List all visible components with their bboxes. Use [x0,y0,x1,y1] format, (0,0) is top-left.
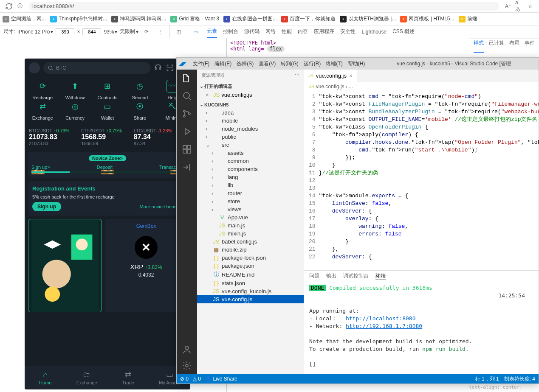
terminal-tab[interactable]: 输出 [326,272,336,280]
menu-item[interactable]: 运行(R) [304,60,321,67]
height-input[interactable] [82,28,101,35]
menu-item[interactable]: 查看(V) [259,60,276,67]
bookmark-item[interactable]: ▪Grid 宫格 - Vant 3 [170,15,219,22]
tree-item[interactable]: JSbabel.config.js [197,238,304,246]
tree-item[interactable]: JSmain.js [197,221,304,230]
styles-tab[interactable]: 样式 [474,39,484,53]
coin-card[interactable]: GemBox ✕ XRP +3.82% 0.4032 [105,219,187,312]
tree-item[interactable]: ›common [197,157,304,165]
bookmark-item[interactable]: ▪空间测绘，网... [3,15,46,22]
bookmark-item[interactable]: ▪Thinkphp5中怎样对... [50,15,107,22]
debug-icon[interactable] [182,126,192,137]
code-editor[interactable]: 12345678910111213141516171819202122 "tok… [304,91,539,270]
status-tabsize[interactable]: 制表符长度: 4 [504,375,535,383]
styles-tab[interactable]: 已计算 [489,39,504,53]
tree-item[interactable]: JSvue.config_kucoin.js [197,287,304,295]
ticker[interactable]: ETH/USDT +0.79%1568.591568.59 [81,128,133,146]
rotate-icon[interactable]: ⟳ [143,28,150,36]
bookmark-item[interactable]: ▪以太坊ETH浏览器 |... [340,15,396,22]
read-aloud-icon[interactable]: aあ [515,3,523,10]
styles-tab[interactable]: 布局 [509,39,519,53]
project-header[interactable]: ⌄KUCOINH5 [197,101,304,109]
bookmark-item[interactable]: ▪神马源码网,神马科... [111,15,166,22]
tree-item[interactable]: ›public [197,133,304,141]
tree-item[interactable]: ›.idea [197,109,304,117]
devtools-tab[interactable]: 性能 [282,25,292,38]
url-field[interactable]: localhost:8080/#/ [29,2,499,11]
ticker[interactable]: BTC/USDT +0.79%21073.8321073.83 [29,128,81,146]
devtools-tab[interactable]: 网络 [265,25,276,38]
tree-item[interactable]: ›node_modules [197,125,304,133]
tree-item[interactable]: ›views [197,205,304,213]
inspect-icon[interactable]: ◰ [175,28,182,36]
signup-button[interactable]: Sign up [32,202,61,211]
menu-item[interactable]: 帮助(H) [348,60,365,67]
headset-icon[interactable] [154,64,162,72]
novice-badge[interactable]: Novice Zone> [89,155,126,161]
scan-icon[interactable] [166,64,174,72]
tree-item[interactable]: { }stats.json [197,279,304,287]
dom-tree[interactable]: <!DOCTYPE html> <html lang= flex [227,38,469,53]
tree-item[interactable]: ▦mobile.zip [197,246,304,254]
close-icon[interactable]: × [206,92,212,98]
share-icon[interactable] [182,162,192,172]
translate-icon[interactable]: A⁺ [504,3,512,10]
styles-tab[interactable]: 事件 [525,39,535,53]
extensions-icon[interactable] [182,144,192,154]
more-icon[interactable]: ⋮ [156,28,164,36]
tree-item[interactable]: ›router [197,189,304,197]
open-editor-item[interactable]: ×JSvue.config.js [197,91,304,99]
device-toggle-icon[interactable]: ▭ [192,28,199,36]
live-share-button[interactable]: 👤 Live Share [205,376,237,382]
throttle-select[interactable]: 无限制 ▾ [120,28,138,35]
vscode-titlebar[interactable]: ◢◤ 文件(F)编辑(E)选择(S)查看(V)转到(G)运行(R)终端(T)帮助… [177,58,539,70]
devtools-tab[interactable]: 应用程序 [314,25,334,38]
tree-item[interactable]: ›store [197,197,304,205]
bookmark-item[interactable]: ▪在线多图合一拼图... [223,15,277,22]
terminal-output[interactable]: DONE Compiled successfully in 3616ms 14:… [304,282,539,374]
favorite-icon[interactable]: ☆ [526,3,534,10]
search-icon[interactable] [182,91,192,101]
status-errors[interactable]: ⊘ 0 [180,376,189,382]
devtools-tab[interactable]: CSS 概述 [392,25,415,38]
tab-vue-config[interactable]: JSvue.config.js× [304,70,357,82]
info-icon[interactable]: ⓘ [16,3,24,10]
terminal-tab[interactable]: 调试控制台 [343,272,369,280]
account-icon[interactable] [182,344,192,355]
devtools-tab[interactable]: 控制台 [223,25,238,38]
nav-contracts[interactable]: ⊞Contracts [91,80,124,100]
nav-second[interactable]: ◷Second [124,80,156,100]
menu-item[interactable]: 选择(S) [237,60,254,67]
tree-item[interactable]: JSmixin.js [197,230,304,238]
tree-item[interactable]: { }package.json [197,262,304,270]
width-input[interactable] [56,28,74,35]
terminal-tab[interactable]: 终端 [375,272,386,280]
nav-wallet[interactable]: ▭Wallet [91,100,124,120]
devtools-tab[interactable]: 安全性 [340,25,356,38]
menu-item[interactable]: 终端(T) [326,60,342,67]
breadcrumb[interactable]: JSvue.config.js › ... [304,82,539,91]
bookmark-item[interactable]: ▪网页模板 | HTML5... [400,15,454,22]
tree-item[interactable]: ›assets [197,149,304,157]
menu-item[interactable]: 编辑(E) [214,60,231,67]
more-icon[interactable]: ⋯ [295,72,299,78]
nav-currency[interactable]: ◎Currency [59,100,91,120]
git-icon[interactable] [182,109,192,119]
nav-recharge[interactable]: ⟳Recharge [26,80,59,100]
bottom-nav-exchange[interactable]: 🗂Exchange [66,366,108,389]
close-icon[interactable]: × [349,73,353,79]
devtools-tab[interactable]: 元素 [207,25,217,38]
gear-icon[interactable] [182,361,192,371]
tree-item[interactable]: JSvue.config.js [197,295,304,303]
novice-step[interactable]: Sign up> [31,165,50,170]
tree-item[interactable]: ›mobile [197,117,304,125]
nav-share[interactable]: ⦿Share [124,100,156,120]
status-warnings[interactable]: △ 0 [193,376,201,382]
tree-item[interactable]: ›lang [197,173,304,181]
devtools-tab[interactable]: Lighthouse [361,26,387,37]
explorer-icon[interactable] [182,73,192,83]
status-ln[interactable]: 行 1，列 1 [475,375,499,383]
tree-item[interactable]: ⌄src [197,141,304,149]
device-select[interactable]: iPhone 12 Pro ▾ [17,29,53,35]
tree-item[interactable]: ›components [197,165,304,173]
